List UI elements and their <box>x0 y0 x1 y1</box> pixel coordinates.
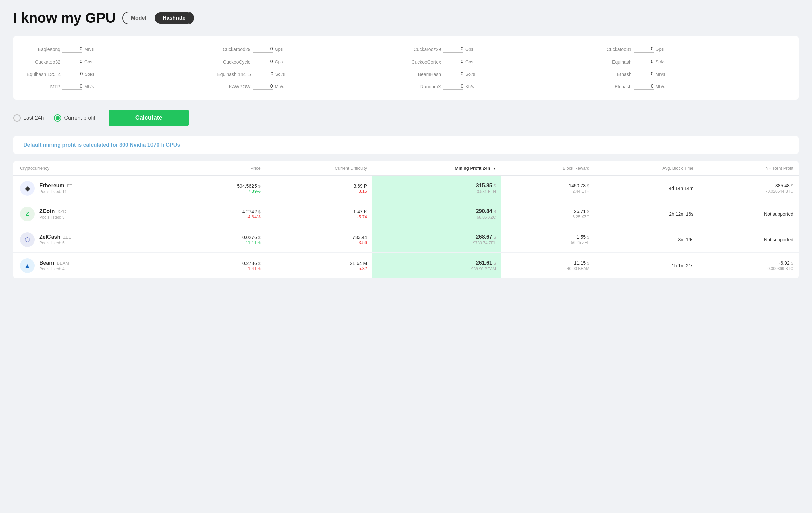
table-col-mining_profit[interactable]: Mining Profit 24h ▼ <box>372 161 501 176</box>
hashrate-label: Ethash <box>598 72 632 77</box>
eth-icon: ◆ <box>20 181 35 196</box>
hashrate-input[interactable] <box>443 83 463 90</box>
block-reward-value: 11.15 $ <box>507 260 589 265</box>
hashrate-input[interactable] <box>443 71 463 77</box>
price-change: 11.11% <box>186 240 261 245</box>
difficulty-change: -5.74 <box>271 215 367 219</box>
hashrate-unit: Gps <box>84 59 92 64</box>
hashrate-field: MTP Mh/s <box>27 83 214 90</box>
hashrate-field: CuckooCortex Gps <box>408 59 595 65</box>
block-reward-cell: 26.71 $ 6.25 XZC <box>501 201 594 227</box>
hashrate-input[interactable] <box>634 71 654 77</box>
crypto-pools: Pools listed: 3 <box>39 215 66 220</box>
hashrate-input[interactable] <box>253 71 273 77</box>
crypto-ticker: ZEL <box>63 235 71 240</box>
table-header-row: CryptocurrencyPriceCurrent DifficultyMin… <box>13 161 799 176</box>
crypto-pools: Pools listed: 4 <box>39 266 69 271</box>
hashrate-field: Cuckatoo32 Gps <box>27 59 214 65</box>
crypto-ticker: XZC <box>57 209 66 214</box>
crypto-name: ZCoin <box>39 208 55 214</box>
hashrate-label: Etchash <box>598 84 632 89</box>
hashrate-unit: Mh/s <box>84 84 94 89</box>
profit-dollar: $ <box>494 235 496 240</box>
block-reward-sub: 2.44 ETH <box>507 189 589 194</box>
difficulty-value: 1.47 K <box>271 209 367 215</box>
block-reward-sub: 56.25 ZEL <box>507 240 589 245</box>
price-change: 7.39% <box>186 189 261 194</box>
crypto-name: Beam <box>39 260 54 265</box>
hashrate-field: Etchash Mh/s <box>598 83 786 90</box>
profit-dollar: $ <box>494 209 496 214</box>
hashrate-field: RandomX Kh/s <box>408 83 595 90</box>
zcoin-icon: Z <box>20 207 35 221</box>
table-col-crypto: Cryptocurrency <box>13 161 181 176</box>
hashrate-input[interactable] <box>62 59 82 65</box>
hashrate-label: CuckooCycle <box>218 59 251 64</box>
mode-toggle[interactable]: Model Hashrate <box>122 12 194 24</box>
profit-main: 261.61 <box>476 260 492 265</box>
hashrate-input[interactable] <box>443 46 463 53</box>
hashrate-toggle-btn[interactable]: Hashrate <box>154 12 193 24</box>
model-toggle-btn[interactable]: Model <box>123 12 154 24</box>
profit-sub: 9730.74 ZEL <box>378 241 496 246</box>
hashrate-input[interactable] <box>443 59 463 65</box>
hashrate-input[interactable] <box>634 83 654 90</box>
beam-icon: ▲ <box>20 258 35 273</box>
dollar-sign: $ <box>258 209 261 215</box>
crypto-cell: ⬡ ZelCash ZEL Pools listed: 5 <box>13 227 181 253</box>
block-reward-cell: 1450.73 $ 2.44 ETH <box>501 176 594 201</box>
hashrate-input[interactable] <box>253 83 273 90</box>
hashrate-field: Equihash 144_5 Sol/s <box>218 71 405 77</box>
hashrate-input[interactable] <box>62 83 82 90</box>
difficulty-value: 733.44 <box>271 235 367 240</box>
nh-profit-cell: Not supported <box>699 201 799 227</box>
price-change: -4.64% <box>186 215 261 219</box>
hashrate-input[interactable] <box>253 46 273 53</box>
block-reward-value: 26.71 $ <box>507 209 589 214</box>
profit-dollar: $ <box>494 260 496 265</box>
mining-profit-cell: 261.61 $ 938.90 BEAM <box>372 253 501 279</box>
calculate-button[interactable]: Calculate <box>109 110 189 126</box>
crypto-pools: Pools listed: 11 <box>39 189 76 194</box>
info-banner: Default mining profit is calculated for … <box>13 136 799 154</box>
hashrate-field: KAWPOW Mh/s <box>218 83 405 90</box>
difficulty-cell: 1.47 K -5.74 <box>266 201 372 227</box>
hashrate-input[interactable] <box>253 59 273 65</box>
nh-profit-cell: Not supported <box>699 227 799 253</box>
hashrate-unit: Mh/s <box>656 72 665 77</box>
last24h-option[interactable]: Last 24h <box>13 114 44 122</box>
last24h-radio[interactable] <box>13 114 21 122</box>
hashrate-unit: Gps <box>275 47 283 52</box>
block-reward-value: 1450.73 $ <box>507 183 589 188</box>
hashrate-input[interactable] <box>62 71 83 77</box>
current-profit-label: Current profit <box>64 115 95 121</box>
hashrate-input[interactable] <box>634 59 654 65</box>
block-time-value: 2h 12m 16s <box>669 211 693 217</box>
hashrate-input[interactable] <box>62 46 82 53</box>
difficulty-cell: 3.69 P 3.15 <box>266 176 372 201</box>
current-profit-radio[interactable] <box>54 114 61 122</box>
hashrate-field: Cuckarood29 Gps <box>218 46 405 53</box>
block-reward-cell: 1.55 $ 56.25 ZEL <box>501 227 594 253</box>
sort-icon: ▼ <box>493 167 496 170</box>
block-time-cell: 4d 14h 14m <box>594 176 699 201</box>
current-profit-option[interactable]: Current profit <box>54 114 95 122</box>
hashrate-unit: Gps <box>656 47 664 52</box>
nh-profit-cell: -385.48 $ -0.020544 BTC <box>699 176 799 201</box>
hashrate-field: Eaglesong Mh/s <box>27 46 214 53</box>
block-reward-cell: 11.15 $ 40.00 BEAM <box>501 253 594 279</box>
hashrate-unit: Gps <box>465 59 473 64</box>
hashrate-label: Cuckarood29 <box>218 47 251 52</box>
nh-profit-btc: -0.000369 BTC <box>704 266 793 271</box>
price-cell: 0.2786 $ -1.41% <box>181 253 266 279</box>
difficulty-cell: 733.44 -3.56 <box>266 227 372 253</box>
hashrate-label: Cuckarooz29 <box>408 47 441 52</box>
block-time-cell: 2h 12m 16s <box>594 201 699 227</box>
page-title: I know my GPU <box>13 10 116 26</box>
block-time-value: 8m 19s <box>678 237 693 243</box>
difficulty-cell: 21.64 M -5.32 <box>266 253 372 279</box>
table-col-price: Price <box>181 161 266 176</box>
hashrate-field: Equihash Sol/s <box>598 59 786 65</box>
hashrate-input[interactable] <box>634 46 654 53</box>
hashrate-unit: Sol/s <box>275 72 285 77</box>
